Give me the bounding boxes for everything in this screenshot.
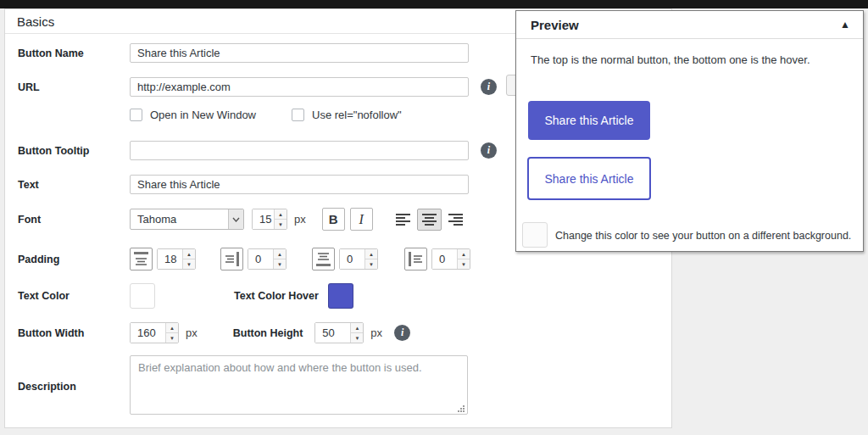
font-size-up-icon[interactable]: ▲: [275, 209, 287, 220]
align-right-icon: [448, 214, 463, 226]
url-input[interactable]: [130, 77, 469, 97]
padding-label: Padding: [18, 254, 130, 265]
align-center-icon: [422, 214, 437, 226]
preview-panel: Preview ▲ The top is the normal button, …: [515, 10, 864, 252]
padding-right-up-icon[interactable]: ▲: [274, 249, 286, 259]
padding-top-up-icon[interactable]: ▲: [183, 249, 195, 259]
preview-header[interactable]: Preview ▲: [516, 11, 863, 39]
button-width-unit: px: [186, 326, 198, 339]
preview-button-normal[interactable]: Share this Article: [528, 101, 650, 140]
padding-left-down-icon[interactable]: ▼: [458, 259, 470, 269]
font-family-select[interactable]: Tahoma: [130, 209, 244, 230]
padding-top-down-icon[interactable]: ▼: [183, 259, 195, 269]
bold-button[interactable]: B: [322, 208, 345, 231]
font-size-unit: px: [294, 213, 306, 226]
padding-left-up-icon[interactable]: ▲: [458, 249, 470, 259]
nofollow-checkbox[interactable]: [292, 109, 304, 121]
text-color-hover-label: Text Color Hover: [234, 290, 319, 302]
preview-title: Preview: [531, 18, 840, 32]
button-name-label: Button Name: [18, 47, 130, 59]
url-info-icon[interactable]: i: [481, 79, 497, 95]
button-width-down-icon[interactable]: ▼: [166, 333, 178, 343]
text-label: Text: [18, 179, 130, 191]
align-left-button[interactable]: [391, 209, 415, 231]
padding-left-stepper: ▲▼: [431, 248, 470, 270]
preview-background-swatch[interactable]: [522, 222, 548, 248]
padding-top-stepper: ▲▼: [157, 248, 196, 270]
button-height-stepper: ▲▼: [314, 322, 364, 343]
chevron-down-icon: [228, 209, 243, 229]
nofollow-label: Use rel="nofollow": [312, 109, 402, 121]
description-label: Description: [18, 381, 130, 393]
padding-right-stepper: ▲▼: [248, 248, 287, 270]
align-right-button[interactable]: [443, 209, 468, 231]
padding-right-input[interactable]: [248, 249, 273, 269]
padding-right-icon: [220, 248, 243, 270]
open-new-window-checkbox[interactable]: [130, 109, 142, 121]
button-height-unit: px: [370, 326, 382, 339]
button-width-up-icon[interactable]: ▲: [166, 323, 178, 333]
collapse-panel-icon[interactable]: ▲: [840, 20, 850, 30]
button-height-up-icon[interactable]: ▲: [351, 323, 363, 333]
font-size-down-icon[interactable]: ▼: [275, 220, 287, 229]
button-height-input[interactable]: [315, 323, 350, 343]
text-color-swatch[interactable]: [130, 283, 155, 309]
font-size-input[interactable]: [253, 209, 274, 229]
text-input[interactable]: [130, 175, 469, 194]
padding-bottom-up-icon[interactable]: ▲: [365, 249, 377, 259]
preview-note: The top is the normal button, the bottom…: [531, 53, 810, 66]
open-new-window-label: Open in New Window: [150, 109, 256, 121]
text-color-hover-swatch[interactable]: [328, 283, 353, 309]
top-dark-bar: [0, 0, 868, 8]
button-height-down-icon[interactable]: ▼: [351, 333, 363, 343]
padding-right-down-icon[interactable]: ▼: [274, 259, 286, 269]
text-color-label: Text Color: [18, 290, 130, 302]
preview-button-hover[interactable]: Share this Article: [527, 157, 651, 200]
padding-top-input[interactable]: [158, 249, 182, 269]
padding-bottom-icon: [312, 248, 335, 270]
button-width-stepper: ▲▼: [130, 322, 179, 343]
padding-top-icon: [130, 248, 153, 270]
button-name-input[interactable]: [130, 43, 469, 63]
size-info-icon[interactable]: i: [394, 325, 410, 341]
padding-left-icon: [404, 248, 427, 270]
padding-bottom-down-icon[interactable]: ▼: [365, 259, 377, 269]
italic-button[interactable]: I: [350, 208, 373, 231]
padding-left-input[interactable]: [432, 249, 457, 269]
resize-handle-icon[interactable]: [458, 405, 465, 412]
button-tooltip-input[interactable]: [130, 141, 469, 160]
font-size-stepper: ▲▼: [252, 209, 287, 230]
align-center-button[interactable]: [417, 209, 442, 231]
button-width-input[interactable]: [131, 323, 165, 343]
button-width-label: Button Width: [18, 327, 130, 339]
padding-bottom-stepper: ▲▼: [339, 248, 378, 270]
preview-background-note: Change this color to see your button on …: [555, 230, 851, 242]
font-label: Font: [18, 214, 130, 226]
button-tooltip-label: Button Tooltip: [18, 145, 130, 157]
font-family-value: Tahoma: [131, 209, 228, 229]
align-left-icon: [396, 214, 410, 226]
tooltip-info-icon[interactable]: i: [481, 142, 497, 159]
button-height-label: Button Height: [233, 327, 303, 339]
description-textarea[interactable]: [130, 355, 468, 415]
url-label: URL: [18, 81, 130, 93]
padding-bottom-input[interactable]: [340, 249, 364, 269]
